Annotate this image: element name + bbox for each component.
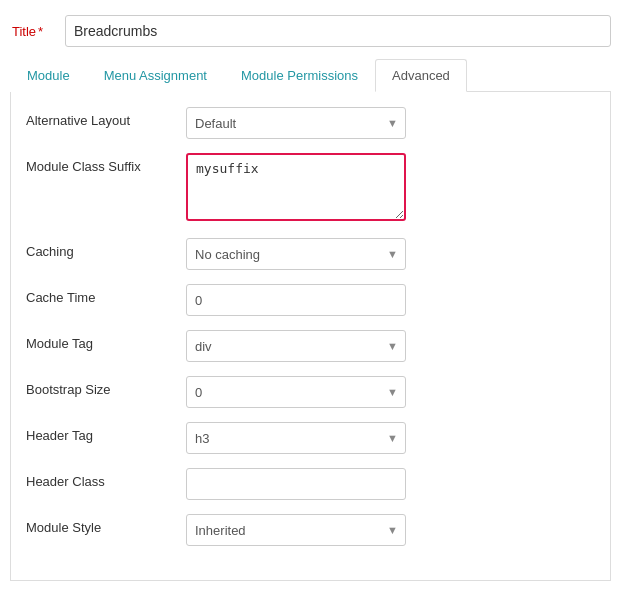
- module-style-row: Module Style Inherited ▼: [26, 514, 595, 546]
- tab-menu-assignment[interactable]: Menu Assignment: [87, 59, 224, 92]
- header-tag-row: Header Tag h3 ▼: [26, 422, 595, 454]
- cache-time-label: Cache Time: [26, 284, 186, 305]
- header-tag-control: h3 ▼: [186, 422, 595, 454]
- module-style-select-wrap: Inherited ▼: [186, 514, 406, 546]
- header-class-label: Header Class: [26, 468, 186, 489]
- cache-time-row: Cache Time: [26, 284, 595, 316]
- tab-module[interactable]: Module: [10, 59, 87, 92]
- module-tag-label: Module Tag: [26, 330, 186, 351]
- module-tag-select[interactable]: div: [186, 330, 406, 362]
- module-class-suffix-row: Module Class Suffix mysuffix: [26, 153, 595, 224]
- content-area: Alternative Layout Default ▼ Module Clas…: [10, 92, 611, 581]
- tab-module-permissions[interactable]: Module Permissions: [224, 59, 375, 92]
- cache-time-input[interactable]: [186, 284, 406, 316]
- module-tag-row: Module Tag div ▼: [26, 330, 595, 362]
- title-input[interactable]: [65, 15, 611, 47]
- module-style-label: Module Style: [26, 514, 186, 535]
- module-class-suffix-label: Module Class Suffix: [26, 153, 186, 174]
- header-class-row: Header Class: [26, 468, 595, 500]
- bootstrap-size-select-wrap: 0 ▼: [186, 376, 406, 408]
- alternative-layout-label: Alternative Layout: [26, 107, 186, 128]
- module-style-select[interactable]: Inherited: [186, 514, 406, 546]
- alternative-layout-select-wrap: Default ▼: [186, 107, 406, 139]
- header-tag-select-wrap: h3 ▼: [186, 422, 406, 454]
- module-class-suffix-input[interactable]: mysuffix: [186, 153, 406, 221]
- header-class-input[interactable]: [186, 468, 406, 500]
- title-text: Title: [12, 24, 36, 39]
- module-tag-control: div ▼: [186, 330, 595, 362]
- title-label: Title*: [10, 24, 65, 39]
- page-wrapper: Title* Module Menu Assignment Module Per…: [0, 0, 621, 591]
- tabs: Module Menu Assignment Module Permission…: [10, 59, 611, 92]
- bootstrap-size-label: Bootstrap Size: [26, 376, 186, 397]
- header-tag-label: Header Tag: [26, 422, 186, 443]
- tab-advanced[interactable]: Advanced: [375, 59, 467, 92]
- header-class-control: [186, 468, 595, 500]
- title-row: Title*: [10, 15, 611, 47]
- bootstrap-size-control: 0 ▼: [186, 376, 595, 408]
- module-tag-select-wrap: div ▼: [186, 330, 406, 362]
- cache-time-control: [186, 284, 595, 316]
- caching-select-wrap: No caching ▼: [186, 238, 406, 270]
- module-style-control: Inherited ▼: [186, 514, 595, 546]
- caching-control: No caching ▼: [186, 238, 595, 270]
- caching-select[interactable]: No caching: [186, 238, 406, 270]
- alternative-layout-control: Default ▼: [186, 107, 595, 139]
- required-marker: *: [38, 24, 43, 39]
- bootstrap-size-select[interactable]: 0: [186, 376, 406, 408]
- caching-label: Caching: [26, 238, 186, 259]
- header-tag-select[interactable]: h3: [186, 422, 406, 454]
- alternative-layout-select[interactable]: Default: [186, 107, 406, 139]
- bootstrap-size-row: Bootstrap Size 0 ▼: [26, 376, 595, 408]
- module-class-suffix-control: mysuffix: [186, 153, 595, 224]
- caching-row: Caching No caching ▼: [26, 238, 595, 270]
- alternative-layout-row: Alternative Layout Default ▼: [26, 107, 595, 139]
